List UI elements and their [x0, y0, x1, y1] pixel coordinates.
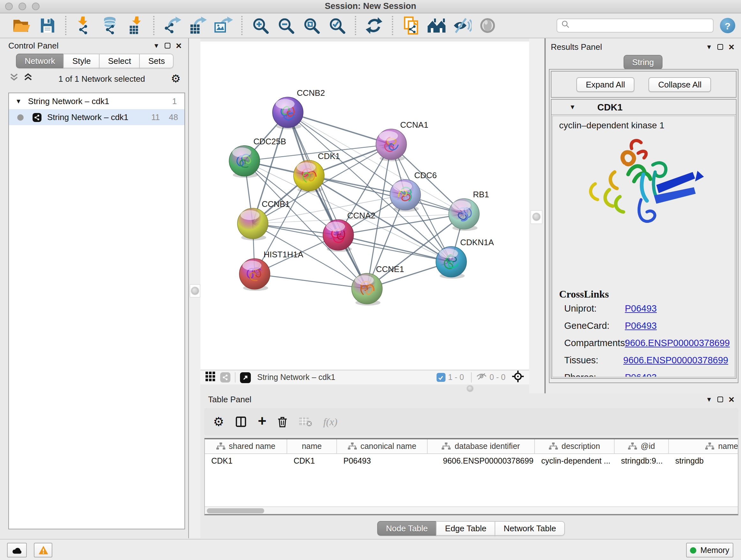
scrollbar-thumb[interactable] — [207, 508, 264, 513]
edge-count: 48 — [169, 112, 178, 122]
crosslink-link[interactable]: 9606.ENSP00000378699 — [625, 334, 730, 352]
export-network-icon[interactable] — [162, 15, 183, 37]
protein-description: cyclin–dependent kinase 1 — [559, 120, 728, 130]
panel-float-icon[interactable] — [165, 43, 171, 49]
right-splitter[interactable] — [529, 38, 544, 393]
delete-column-icon[interactable] — [277, 416, 288, 428]
column-header-description[interactable]: description — [535, 439, 615, 453]
table-settings-icon[interactable]: ⚙ — [213, 416, 224, 428]
tab-edge-table[interactable]: Edge Table — [436, 521, 495, 536]
right-splitter-handle[interactable] — [532, 212, 541, 221]
save-session-icon[interactable] — [37, 15, 57, 37]
tab-sets[interactable]: Sets — [139, 54, 174, 68]
column-header-database-identifier[interactable]: database identifier — [428, 439, 535, 453]
results-float-icon[interactable] — [718, 44, 723, 50]
tab-select[interactable]: Select — [99, 54, 140, 68]
expand-all-icon[interactable] — [23, 73, 32, 84]
hide-visibility-icon[interactable] — [452, 15, 472, 37]
crosslink-row: GeneCard:P06493 — [559, 317, 728, 334]
gear-icon[interactable]: ⚙ — [171, 73, 181, 84]
results-panel-title: Results Panel — [551, 42, 706, 52]
tab-node-table[interactable]: Node Table — [377, 521, 436, 536]
column-header-name[interactable]: name — [287, 439, 337, 453]
collapse-all-icon[interactable] — [10, 73, 18, 84]
network-canvas[interactable]: CCNB2CCNA1CDC25BCDK1CDC6RB1CCNB1CCNA2CDK… — [200, 42, 529, 370]
grid-view-icon[interactable] — [205, 372, 215, 383]
search-input[interactable] — [570, 20, 713, 30]
presentation-icon[interactable] — [477, 15, 498, 37]
left-splitter[interactable] — [188, 38, 200, 538]
crosslink-link[interactable]: 9606.ENSP00000378699 — [623, 352, 728, 369]
network-node-hist1h1a[interactable]: HIST1H1A — [239, 250, 304, 291]
network-collection-row[interactable]: ▼ String Network – cdk1 1 — [9, 93, 185, 109]
column-header-@id[interactable]: @id — [615, 439, 669, 453]
network-node-cdk1[interactable]: CDK1 — [293, 151, 340, 192]
collection-count: 1 — [172, 97, 177, 106]
column-header-shared-name[interactable]: shared name — [205, 439, 287, 453]
panel-collapse-icon[interactable]: ▼ — [153, 42, 159, 49]
network-share-icon[interactable] — [220, 372, 230, 382]
add-column-icon[interactable]: + — [258, 414, 266, 428]
table-horizontal-scrollbar[interactable] — [205, 506, 738, 514]
tab-style[interactable]: Style — [64, 54, 100, 68]
results-panel: Results Panel ▼ ✕ String Expand All Coll… — [544, 38, 741, 393]
network-node-ccnb1[interactable]: CCNB1 — [238, 199, 290, 240]
zoom-out-icon[interactable] — [276, 15, 296, 37]
cloud-button[interactable] — [7, 543, 27, 557]
expand-all-button[interactable]: Expand All — [576, 77, 635, 91]
copy-share-icon[interactable] — [401, 15, 421, 37]
tab-network-table[interactable]: Network Table — [495, 521, 565, 536]
import-table-icon[interactable] — [125, 15, 145, 37]
tab-network[interactable]: Network — [16, 54, 64, 68]
bottom-splitter[interactable] — [200, 384, 529, 393]
network-node-ccnb2[interactable]: CCNB2 — [273, 88, 325, 129]
selected-checkbox-icon[interactable] — [436, 373, 446, 382]
table-cell: CDK1 — [205, 454, 287, 468]
table-collapse-icon[interactable]: ▼ — [706, 396, 712, 403]
search-field[interactable] — [556, 18, 714, 33]
homes-icon[interactable] — [426, 15, 447, 37]
column-header-canonical-name[interactable]: canonical name — [337, 439, 428, 453]
column-header-namespace[interactable]: namespace — [669, 439, 738, 453]
export-table-icon[interactable] — [188, 15, 208, 37]
network-selected-status: 1 of 1 Network selected — [32, 74, 171, 83]
table-float-icon[interactable] — [718, 396, 723, 402]
results-collapse-icon[interactable]: ▼ — [706, 44, 712, 51]
table-cell: P06493 — [337, 454, 428, 468]
crosslink-link[interactable]: P06493 — [625, 300, 657, 317]
bottom-splitter-handle[interactable] — [467, 385, 474, 392]
zoom-fit-icon[interactable] — [301, 15, 322, 37]
crosshair-icon[interactable] — [512, 370, 524, 384]
protein-section: ▼ CDK1 cyclin–dependent kinase 1 — [551, 99, 737, 379]
title-bar: Session: New Session — [0, 0, 741, 13]
crosslink-link[interactable]: P06493 — [625, 317, 657, 334]
zoom-in-icon[interactable] — [250, 15, 271, 37]
section-expander-icon[interactable]: ▼ — [569, 104, 576, 111]
birdseye-view-icon[interactable] — [240, 372, 251, 383]
open-session-icon[interactable] — [11, 15, 32, 37]
help-icon[interactable]: ? — [720, 18, 735, 33]
network-node-rb1[interactable]: RB1 — [449, 190, 489, 231]
export-image-icon[interactable] — [213, 15, 233, 37]
protein-section-header[interactable]: ▼ CDK1 — [551, 100, 736, 115]
table-row[interactable]: CDK1CDK1P064939606.ENSP00000378699cyclin… — [205, 454, 738, 468]
network-row-selected[interactable]: String Network – cdk1 11 48 — [9, 109, 185, 125]
tree-expander-icon[interactable]: ▼ — [15, 98, 22, 105]
network-node-ccna1[interactable]: CCNA1 — [376, 120, 428, 161]
results-close-icon[interactable]: ✕ — [728, 43, 735, 51]
crosslink-link[interactable]: P06493 — [625, 369, 657, 377]
left-splitter-handle[interactable] — [191, 287, 199, 295]
collapse-all-button[interactable]: Collapse All — [649, 77, 711, 91]
zoom-selected-icon[interactable] — [327, 15, 347, 37]
import-network-icon[interactable] — [74, 15, 94, 37]
table-close-icon[interactable]: ✕ — [728, 395, 735, 404]
import-database-icon[interactable] — [99, 15, 120, 37]
warning-button[interactable] — [34, 543, 52, 557]
panel-close-icon[interactable]: ✕ — [176, 41, 182, 50]
network-node-ccne1[interactable]: CCNE1 — [352, 264, 404, 306]
tab-string[interactable]: String — [623, 55, 663, 70]
network-node-cdkn1a[interactable]: CDKN1A — [436, 238, 494, 279]
show-columns-icon[interactable] — [235, 416, 247, 428]
memory-button[interactable]: Memory — [686, 543, 733, 557]
refresh-icon[interactable] — [364, 15, 384, 37]
